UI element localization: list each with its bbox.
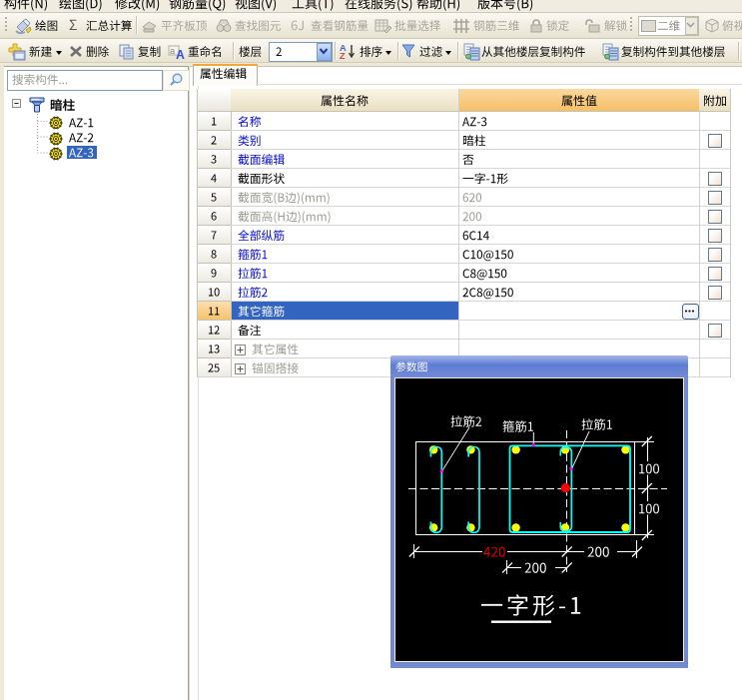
svg-text:A: A [176, 48, 185, 60]
svg-text:Z: Z [340, 51, 346, 60]
svg-text:a: a [170, 46, 175, 56]
